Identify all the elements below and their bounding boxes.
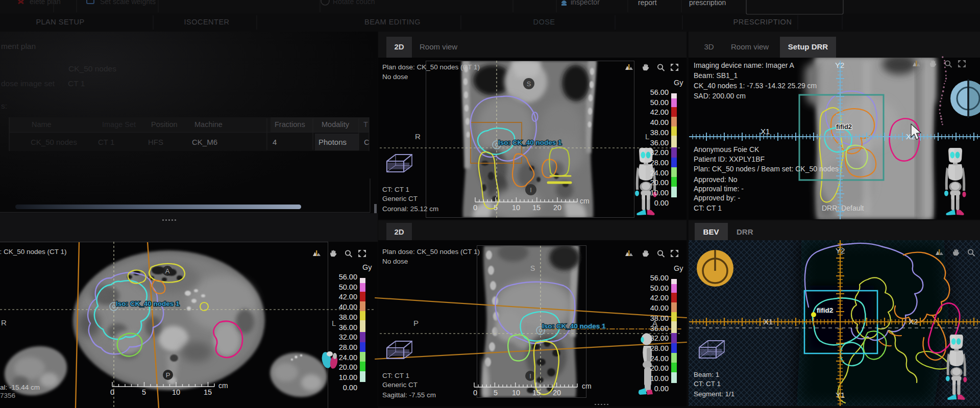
svg-text:10: 10: [512, 203, 520, 212]
svg-text:Machine: Machine: [194, 120, 223, 129]
svg-text:Segment: 1/1: Segment: 1/1: [694, 390, 734, 398]
svg-text:5: 5: [142, 388, 146, 396]
svg-text:X1: X1: [764, 317, 773, 326]
svg-text:s:: s:: [1, 101, 7, 110]
svg-text:T: T: [363, 120, 368, 129]
svg-text:CK_40 nodes 1: -7.53 -14.32 25: CK_40 nodes 1: -7.53 -14.32 25.29 cm: [694, 82, 817, 90]
svg-text:cm: cm: [580, 197, 590, 205]
svg-text:report: report: [638, 0, 657, 7]
svg-text:HFS: HFS: [148, 138, 163, 146]
svg-text:CK_M6: CK_M6: [192, 138, 217, 146]
svg-text:Y1: Y1: [836, 391, 845, 399]
svg-text:Image Set: Image Set: [102, 120, 136, 129]
svg-text:Y2: Y2: [836, 246, 845, 255]
svg-text:DOSE: DOSE: [533, 18, 555, 26]
svg-text:Generic CT: Generic CT: [382, 381, 418, 389]
svg-text:Anonymous Foie CK: Anonymous Foie CK: [694, 145, 760, 154]
svg-text:I: I: [529, 372, 531, 380]
svg-text:Iso: CK_40 nodes 1: Iso: CK_40 nodes 1: [116, 300, 180, 308]
svg-text:Y2: Y2: [835, 61, 844, 69]
svg-text:Position: Position: [151, 120, 178, 129]
svg-text:5: 5: [494, 389, 498, 397]
svg-text:prescription: prescription: [689, 0, 726, 7]
svg-text:CT 1: CT 1: [68, 79, 85, 88]
svg-text:Approved: No: Approved: No: [694, 175, 738, 184]
svg-text:P: P: [413, 319, 419, 327]
svg-text:I: I: [530, 186, 532, 194]
svg-text:S: S: [527, 80, 531, 88]
svg-text:BEV: BEV: [703, 227, 719, 236]
svg-text:CT: CT 1: CT: CT 1: [382, 372, 409, 379]
svg-text:ment plan: ment plan: [1, 42, 36, 50]
svg-text:Setup DRR: Setup DRR: [788, 42, 828, 51]
svg-text:15: 15: [532, 203, 541, 212]
svg-text:Fractions: Fractions: [275, 120, 305, 129]
svg-text:Approval time: -: Approval time: -: [694, 185, 744, 193]
svg-text:15: 15: [532, 389, 541, 397]
svg-text:CK_50 nodes: CK_50 nodes: [68, 64, 116, 73]
svg-text:3D: 3D: [704, 42, 714, 51]
svg-text:Plan dose: CK_50 nodes (CT 1): Plan dose: CK_50 nodes (CT 1): [382, 63, 480, 71]
svg-text:CT: CT 1: CT: CT 1: [382, 186, 409, 193]
svg-text:2D: 2D: [394, 42, 404, 51]
svg-text:Plan: CK_50 nodes / Beam set:: Plan: CK_50 nodes / Beam set: CK_50 node…: [694, 165, 839, 173]
svg-text:A: A: [165, 267, 170, 275]
svg-text:CT: CT 1: CT: CT 1: [694, 380, 721, 388]
svg-text:fifid2: fifid2: [836, 123, 852, 131]
svg-text:CK_50 nodes: CK_50 nodes: [31, 138, 77, 146]
svg-text:CT: CT 1: CT: CT 1: [694, 204, 722, 212]
svg-text:cm: cm: [582, 382, 592, 390]
svg-text:No dose: No dose: [382, 73, 408, 81]
svg-text:Sagittal: -7.55 cm: Sagittal: -7.55 cm: [382, 391, 436, 399]
svg-text:cm: cm: [218, 381, 228, 390]
svg-text:Generic CT: Generic CT: [382, 195, 418, 202]
svg-text:P: P: [166, 371, 170, 379]
svg-text:Rotate couch: Rotate couch: [333, 0, 375, 6]
svg-text:No dose: No dose: [382, 258, 408, 265]
svg-text:L: L: [645, 132, 649, 141]
svg-text:Beam: SB1_1: Beam: SB1_1: [694, 71, 738, 80]
svg-text:Beam: 1: Beam: 1: [694, 371, 719, 378]
svg-text:PRESCRIPTION: PRESCRIPTION: [733, 18, 792, 26]
svg-text:BEAM EDITING: BEAM EDITING: [364, 18, 421, 26]
svg-text:inspector: inspector: [571, 0, 600, 6]
svg-text:2D: 2D: [394, 227, 404, 236]
svg-text:0: 0: [473, 389, 477, 397]
svg-text:DRR: Default: DRR: Default: [822, 204, 864, 212]
svg-text:Iso: CK_40 nodes 1: Iso: CK_40 nodes 1: [542, 322, 606, 330]
svg-text:Imaging device name: Imager A: Imaging device name: Imager A: [694, 61, 795, 69]
svg-text:dose image set: dose image set: [1, 79, 55, 88]
svg-text:PLAN SETUP: PLAN SETUP: [36, 18, 84, 26]
svg-text:CT 1: CT 1: [98, 138, 114, 146]
svg-text:R: R: [1, 318, 7, 327]
svg-text:X1: X1: [761, 127, 770, 136]
svg-text:L: L: [332, 319, 336, 327]
svg-text:4: 4: [273, 138, 277, 146]
svg-text:20: 20: [553, 203, 561, 212]
svg-text:elete plan: elete plan: [30, 0, 61, 6]
svg-text:10: 10: [172, 388, 180, 396]
svg-text:Name: Name: [32, 120, 52, 129]
svg-text:Patient ID: XXPLY1BF: Patient ID: XXPLY1BF: [694, 155, 765, 163]
svg-text:Set scale weights: Set scale weights: [100, 0, 156, 6]
svg-text:Iso: CK_40 nodes 1: Iso: CK_40 nodes 1: [498, 139, 562, 146]
svg-text:ISOCENTER: ISOCENTER: [184, 18, 229, 26]
svg-text:Approved by: -: Approved by: -: [694, 194, 740, 202]
svg-text:R: R: [415, 132, 421, 141]
svg-text:5: 5: [494, 203, 498, 212]
svg-text:al: -15.44 cm: al: -15.44 cm: [0, 384, 40, 391]
svg-text:Coronal: 25.12 cm: Coronal: 25.12 cm: [382, 205, 438, 213]
svg-text:Room view: Room view: [731, 42, 769, 51]
svg-text:Photons: Photons: [318, 138, 347, 146]
svg-text:20: 20: [553, 389, 561, 397]
svg-text:SAD: 200.00 cm: SAD: 200.00 cm: [694, 92, 746, 100]
svg-text:Plan dose: CK_50 nodes (CT 1): Plan dose: CK_50 nodes (CT 1): [382, 248, 480, 256]
svg-text:10: 10: [512, 389, 520, 397]
svg-text:C: C: [364, 138, 370, 146]
svg-text:fifid2: fifid2: [817, 307, 833, 314]
svg-text:S: S: [530, 264, 535, 272]
svg-text:e: CK_50 nodes (CT 1): e: CK_50 nodes (CT 1): [0, 248, 67, 256]
svg-text:DRR: DRR: [737, 227, 753, 236]
svg-text:15: 15: [204, 388, 212, 396]
svg-text:0: 0: [473, 203, 477, 212]
